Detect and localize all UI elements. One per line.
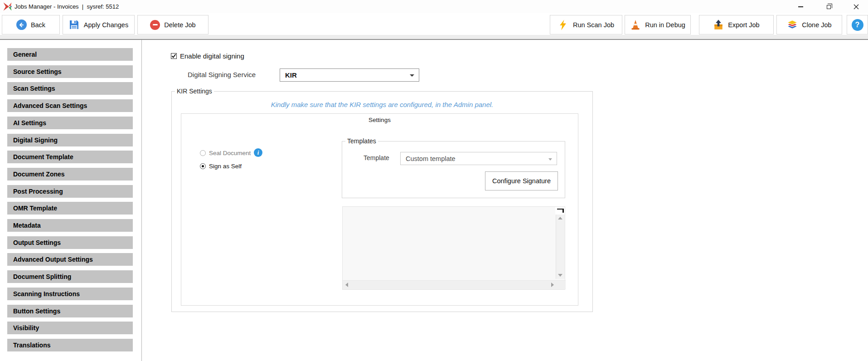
lightning-icon (558, 20, 569, 30)
sidebar-item-button-settings[interactable]: Button Settings (7, 305, 133, 317)
sidebar-item-document-zones[interactable]: Document Zones (7, 168, 133, 180)
scroll-down-icon[interactable] (558, 274, 563, 277)
title-bar: Jobs Manager - Invoices | sysref: 5512 (0, 0, 868, 13)
kir-settings-group: KIR Settings Kindly make sure that the K… (171, 91, 593, 312)
template-dropdown[interactable]: Custom template (400, 152, 557, 165)
configure-signature-button[interactable]: Configure Signature (485, 171, 558, 190)
delete-icon (150, 20, 160, 30)
resize-grip-icon (557, 209, 564, 213)
scroll-left-icon[interactable] (345, 283, 348, 287)
close-button[interactable] (844, 0, 868, 13)
back-button[interactable]: Back (2, 15, 60, 34)
app-logo-icon (3, 2, 12, 11)
window-title: Jobs Manager - Invoices | sysref: 5512 (15, 0, 119, 13)
clone-job-button[interactable]: Clone Job (776, 15, 842, 34)
digital-signing-service-value: KIR (285, 71, 297, 79)
digital-signing-service-label: Digital Signing Service (188, 71, 256, 78)
horizontal-scrollbar[interactable] (343, 280, 566, 289)
export-box-icon (713, 20, 724, 30)
export-job-label: Export Job (728, 21, 759, 29)
digital-signing-service-dropdown[interactable]: KIR (280, 68, 419, 82)
jobs-manager-window: Jobs Manager - Invoices | sysref: 5512 B… (0, 0, 868, 361)
help-button[interactable]: ? (847, 15, 868, 34)
delete-job-label: Delete Job (164, 21, 195, 29)
sidebar-item-post-processing[interactable]: Post Processing (7, 185, 133, 198)
clone-job-label: Clone Job (802, 21, 831, 29)
sidebar-item-omr-template[interactable]: OMR Template (7, 202, 133, 215)
vertical-scrollbar[interactable] (556, 215, 565, 279)
toolbar-separator (0, 39, 868, 40)
apply-changes-button[interactable]: Apply Changes (63, 15, 135, 34)
template-label: Template (364, 154, 389, 161)
traffic-cone-icon (630, 20, 641, 30)
signature-preview-area (342, 206, 565, 290)
chevron-down-icon (410, 74, 414, 77)
radio-dot (202, 165, 204, 167)
settings-tab-panel: Settings Seal Document i Sign as Self Te… (181, 113, 578, 306)
back-label: Back (31, 21, 45, 29)
sign-as-self-label: Sign as Self (209, 163, 242, 170)
sidebar-item-advanced-output-settings[interactable]: Advanced Output Settings (7, 253, 133, 266)
kir-settings-group-title: KIR Settings (175, 88, 214, 95)
layers-icon (787, 20, 798, 30)
export-job-button[interactable]: Export Job (699, 15, 774, 34)
sidebar-item-advanced-scan-settings[interactable]: Advanced Scan Settings (7, 99, 133, 112)
kir-settings-hint: Kindly make sure that the KIR settings a… (172, 101, 592, 108)
sidebar-item-source-settings[interactable]: Source Settings (7, 65, 133, 78)
sidebar-item-metadata[interactable]: Metadata (7, 219, 133, 232)
sidebar-item-ai-settings[interactable]: AI Settings (7, 117, 133, 129)
templates-group-title: Templates (345, 137, 378, 145)
resize-grip[interactable] (555, 207, 565, 215)
template-value: Custom template (406, 155, 456, 162)
minimize-button[interactable] (790, 0, 811, 13)
restore-button[interactable] (818, 0, 839, 13)
settings-tab-label[interactable]: Settings (181, 117, 578, 123)
close-icon (853, 4, 859, 10)
sidebar-item-document-splitting[interactable]: Document Splitting (7, 270, 133, 283)
sidebar-item-digital-signing[interactable]: Digital Signing (7, 134, 133, 146)
sign-as-self-radio[interactable] (200, 163, 206, 169)
help-icon: ? (852, 19, 863, 31)
apply-changes-label: Apply Changes (84, 21, 128, 29)
configure-signature-label: Configure Signature (492, 177, 551, 185)
enable-digital-signing-label: Enable digital signing (180, 52, 244, 60)
delete-job-button[interactable]: Delete Job (137, 15, 209, 34)
sidebar-item-translations[interactable]: Translations (7, 339, 133, 351)
sidebar-item-general[interactable]: General (7, 48, 133, 61)
scroll-right-icon[interactable] (551, 283, 554, 287)
sidebar-item-document-template[interactable]: Document Template (7, 151, 133, 163)
checkmark-icon (171, 54, 176, 59)
chevron-down-icon (548, 158, 552, 161)
minimize-icon (798, 6, 803, 7)
sidebar-item-scan-settings[interactable]: Scan Settings (7, 82, 133, 95)
back-icon (16, 20, 27, 30)
save-icon (69, 20, 80, 30)
content-divider (141, 40, 142, 361)
templates-group: Templates Template Custom template Confi… (342, 141, 565, 198)
enable-digital-signing-checkbox[interactable] (171, 53, 177, 59)
toolbar-bottom-strip (0, 35, 868, 39)
run-in-debug-label: Run in Debug (645, 21, 685, 29)
sidebar-item-output-settings[interactable]: Output Settings (7, 236, 133, 249)
info-icon[interactable]: i (254, 148, 262, 157)
seal-document-radio[interactable] (200, 150, 206, 156)
scroll-up-icon[interactable] (558, 217, 563, 220)
run-scan-job-button[interactable]: Run Scan Job (550, 15, 622, 34)
run-in-debug-button[interactable]: Run in Debug (625, 15, 691, 34)
sidebar-item-visibility[interactable]: Visibility (7, 322, 133, 334)
restore-icon (827, 5, 831, 9)
run-scan-job-label: Run Scan Job (573, 21, 614, 29)
seal-document-label: Seal Document (209, 150, 251, 156)
sidebar-item-scanning-instructions[interactable]: Scanning Instructions (7, 288, 133, 300)
